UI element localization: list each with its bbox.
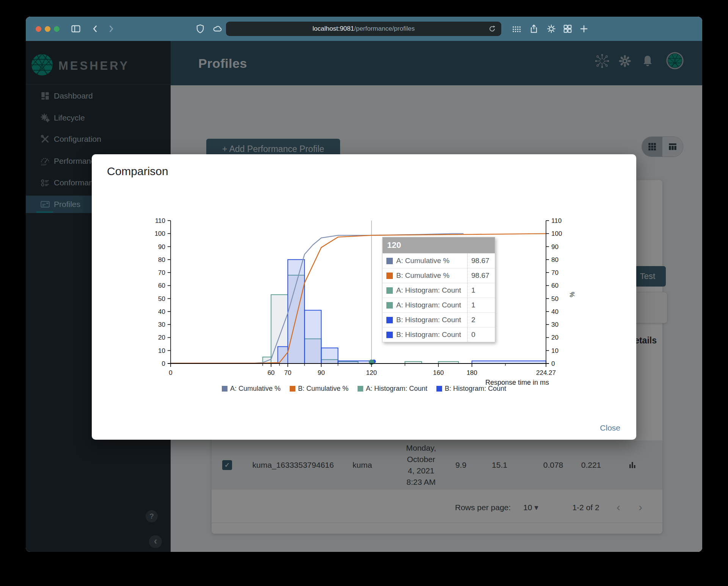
tooltip-row: B: Histogram: Count2 [383,312,495,327]
tooltip-row: A: Histogram: Count1 [383,283,495,298]
svg-text:0: 0 [162,360,165,367]
chart-tooltip: 120 A: Cumulative %98.67B: Cumulative %9… [382,237,495,342]
tooltip-row: B: Cumulative %98.67 [383,268,495,283]
icloud-tab-icon[interactable] [212,24,223,34]
svg-text:100: 100 [551,230,562,237]
browser-settings-gear-icon[interactable] [546,24,557,34]
svg-text:30: 30 [551,321,559,328]
svg-text:100: 100 [155,230,165,237]
address-bar[interactable]: localhost:9081/performance/profiles [226,22,501,36]
svg-text:90: 90 [158,243,165,251]
reload-icon[interactable] [488,24,497,33]
svg-text:224.27: 224.27 [536,369,556,376]
tooltip-swatch [386,317,393,323]
svg-text:10: 10 [551,347,559,354]
tooltip-swatch [386,302,393,309]
svg-text:0: 0 [551,360,555,367]
svg-text:30: 30 [158,321,165,328]
svg-text:120: 120 [366,369,377,376]
svg-text:70: 70 [158,269,165,276]
browser-toolbar: localhost:9081/performance/profiles [26,17,702,41]
svg-text:60: 60 [551,282,559,289]
tooltip-label: B: Histogram: Count [396,316,461,324]
legend-label: A: Histogram: Count [366,385,427,393]
legend-label: B: Histogram: Count [445,385,506,393]
minimize-window-button[interactable] [45,26,50,32]
tooltip-value: 98.67 [467,254,495,268]
tooltip-value: 98.67 [467,268,495,283]
legend-swatch [290,386,295,392]
legend-item[interactable]: B: Cumulative % [290,385,348,393]
back-button[interactable] [90,24,101,34]
tooltip-label: A: Histogram: Count [396,301,461,309]
tooltip-swatch [386,287,393,294]
close-window-button[interactable] [36,26,41,32]
legend-swatch [222,386,228,392]
svg-text:70: 70 [284,369,292,376]
svg-text:40: 40 [551,308,559,315]
tooltip-swatch [386,258,393,264]
legend-swatch [358,386,363,392]
legend-item[interactable]: A: Histogram: Count [358,385,427,393]
svg-text:60: 60 [267,369,275,376]
chart-legend: A: Cumulative %B: Cumulative %A: Histogr… [92,385,636,393]
svg-text:40: 40 [158,308,165,315]
svg-text:80: 80 [158,256,165,263]
tooltip-title: 120 [383,237,495,253]
zoom-window-button[interactable] [54,26,60,32]
tooltip-value: 0 [467,327,495,342]
svg-text:90: 90 [318,369,325,376]
browser-window: localhost:9081/performance/profiles Prof… [26,17,702,552]
share-icon[interactable] [529,24,539,34]
modal-title: Comparison [107,165,168,178]
extensions-grid-icon[interactable] [511,24,522,34]
sidebar-toggle-icon[interactable] [71,24,81,34]
url-host: localhost:9081 [312,25,354,33]
svg-text:110: 110 [551,217,562,224]
tab-overview-icon[interactable] [562,24,573,34]
tooltip-swatch [386,332,393,338]
svg-text:70: 70 [551,269,559,276]
tooltip-label: A: Histogram: Count [396,286,461,295]
tooltip-value: 1 [467,298,495,312]
svg-text:80: 80 [551,256,559,263]
comparison-chart: 0010102020303040405050606070708080909010… [130,204,607,389]
svg-text:60: 60 [158,282,165,289]
legend-item[interactable]: A: Cumulative % [222,385,281,393]
close-modal-button[interactable]: Close [598,423,623,433]
svg-text:20: 20 [158,334,165,341]
legend-label: B: Cumulative % [298,385,348,393]
svg-text:90: 90 [551,243,559,251]
tooltip-label: B: Cumulative % [396,271,449,280]
privacy-shield-icon[interactable] [195,24,206,34]
tooltip-label: B: Histogram: Count [396,331,461,339]
svg-text:180: 180 [466,369,477,376]
new-tab-icon[interactable] [579,24,589,34]
svg-text:10: 10 [158,347,165,354]
tooltip-value: 1 [467,283,495,298]
forward-button[interactable] [105,24,116,34]
svg-text:0: 0 [169,369,172,376]
legend-item[interactable]: B: Histogram: Count [436,385,506,393]
svg-text:%: % [569,292,575,297]
legend-swatch [436,386,442,392]
tooltip-label: A: Cumulative % [396,257,449,265]
svg-text:50: 50 [158,295,165,302]
legend-label: A: Cumulative % [230,385,281,393]
svg-text:20: 20 [551,334,559,341]
svg-text:50: 50 [551,295,559,302]
tooltip-row: A: Cumulative %98.67 [383,253,495,268]
comparison-modal: Comparison 00101020203030404050506060707… [92,154,636,440]
tooltip-row: B: Histogram: Count0 [383,327,495,342]
svg-text:160: 160 [433,369,444,376]
tooltip-swatch [386,273,393,279]
tooltip-value: 2 [467,313,495,327]
url-path: /performance/profiles [354,25,415,33]
tooltip-row: A: Histogram: Count1 [383,298,495,312]
svg-text:110: 110 [155,217,165,224]
